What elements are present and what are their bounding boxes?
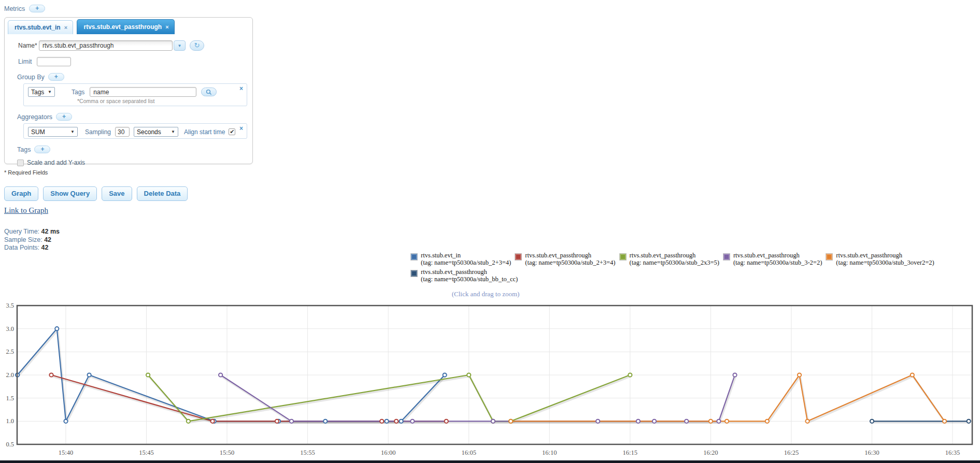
group-by-label: Group By <box>17 74 45 81</box>
limit-input[interactable] <box>37 57 71 66</box>
select-arrow-icon: ▼ <box>48 90 52 94</box>
tag-search-button[interactable] <box>201 88 217 96</box>
delete-data-button[interactable]: Delete Data <box>137 186 188 201</box>
select-arrow-icon: ▼ <box>70 129 75 134</box>
scale-y-axis-checkbox[interactable] <box>17 160 24 166</box>
scale-row: Scale and add Y-axis <box>17 159 252 166</box>
chevron-down-icon: ▼ <box>178 44 182 48</box>
aggregator-box: SUM ▼ Sampling Seconds ▼ Align start tim… <box>23 123 247 139</box>
refresh-button[interactable]: ↻ <box>190 40 204 51</box>
data-points-label: Data Points: <box>4 244 39 251</box>
svg-text:1.5: 1.5 <box>6 395 14 402</box>
metrics-header: Metrics + <box>4 5 45 12</box>
close-group-by-icon[interactable]: × <box>239 85 243 92</box>
data-points-row: Data Points: 42 <box>4 244 60 252</box>
legend-label: rtvs.stub.evt_passthrough(tag: name=tp50… <box>836 252 934 266</box>
data-points-value: 42 <box>41 244 49 251</box>
metric-name-input[interactable] <box>39 40 173 51</box>
legend-item: rtvs.stub.evt_in(tag: name=tp50300a/stub… <box>410 252 511 266</box>
svg-text:15:55: 15:55 <box>300 449 315 456</box>
add-metric-button[interactable]: + <box>29 5 45 12</box>
align-start-time-checkbox[interactable]: ✔ <box>229 128 235 135</box>
svg-text:15:50: 15:50 <box>220 449 234 456</box>
metric-panel: rtvs.stub.evt_in × rtvs.stub.evt_passthr… <box>4 17 253 164</box>
sampling-input[interactable] <box>115 127 130 137</box>
tab-close-icon[interactable]: × <box>165 24 168 30</box>
tab-evt-in[interactable]: rtvs.stub.evt_in × <box>8 20 73 34</box>
query-time-label: Query Time: <box>4 228 39 235</box>
svg-text:0.5: 0.5 <box>6 441 14 448</box>
tab-close-icon[interactable]: × <box>64 25 67 30</box>
legend-swatch <box>410 253 418 261</box>
tab-label: rtvs.stub.evt_in <box>15 24 61 31</box>
tab-label: rtvs.stub.evt_passthrough <box>83 23 162 31</box>
graph-button[interactable]: Graph <box>4 186 38 201</box>
legend-label: rtvs.stub.evt_passthrough(tag: name=tp50… <box>525 252 615 266</box>
check-icon: ✔ <box>230 128 234 135</box>
tags-hint: *Comma or space separated list <box>77 98 243 104</box>
svg-text:2.0: 2.0 <box>6 371 14 379</box>
svg-text:15:45: 15:45 <box>139 449 153 456</box>
close-aggregator-icon[interactable]: × <box>239 125 243 132</box>
legend-metric-name: rtvs.stub.evt_passthrough <box>836 252 934 259</box>
aggregators-label: Aggregators <box>17 113 52 121</box>
svg-text:1.0: 1.0 <box>6 417 14 425</box>
refresh-icon: ↻ <box>194 41 200 49</box>
add-aggregator-button[interactable]: + <box>56 113 72 121</box>
chart-legend: rtvs.stub.evt_in(tag: name=tp50300a/stub… <box>410 252 980 285</box>
svg-text:3.5: 3.5 <box>6 302 14 309</box>
legend-item: rtvs.stub.evt_passthrough(tag: name=tp50… <box>619 252 719 266</box>
svg-text:16:00: 16:00 <box>381 449 395 456</box>
timeseries-chart[interactable]: 0.51.01.52.02.53.03.515:4015:4515:5015:5… <box>0 300 980 460</box>
tab-evt-passthrough[interactable]: rtvs.stub.evt_passthrough × <box>77 19 174 34</box>
name-label: Name* <box>18 42 39 49</box>
legend-tag: (tag: name=tp50300a/stub_3-2=2) <box>733 259 822 266</box>
name-dropdown-button[interactable]: ▼ <box>174 40 186 51</box>
add-tag-button[interactable]: + <box>34 146 50 153</box>
legend-metric-name: rtvs.stub.evt_passthrough <box>630 252 719 259</box>
query-time-value: 42 ms <box>41 228 60 235</box>
show-query-button[interactable]: Show Query <box>43 186 97 201</box>
svg-text:16:15: 16:15 <box>623 449 637 456</box>
legend-swatch <box>410 270 418 277</box>
required-fields-note: * Required Fields <box>4 169 48 176</box>
legend-metric-name: rtvs.stub.evt_passthrough <box>733 252 822 259</box>
svg-text:2.5: 2.5 <box>6 348 14 355</box>
legend-metric-name: rtvs.stub.evt_in <box>421 252 511 259</box>
aggregators-header: Aggregators + <box>17 113 252 121</box>
kairosdb-query-page: Metrics + rtvs.stub.evt_in × rtvs.stub.e… <box>0 0 980 463</box>
sampling-unit-value: Seconds <box>137 128 161 136</box>
group-by-header: Group By + <box>17 73 252 81</box>
add-group-by-button[interactable]: + <box>48 73 64 81</box>
align-start-time-label: Align start time <box>184 128 225 136</box>
limit-row: Limit <box>18 57 252 66</box>
legend-swatch <box>723 253 730 261</box>
legend-swatch <box>619 253 627 261</box>
select-arrow-icon: ▼ <box>171 129 175 134</box>
legend-metric-name: rtvs.stub.evt_passthrough <box>421 268 518 276</box>
name-row: Name* ▼ ↻ <box>18 40 252 51</box>
legend-label: rtvs.stub.evt_passthrough(tag: name=tp50… <box>630 252 719 266</box>
legend-label: rtvs.stub.evt_passthrough(tag: name=tp50… <box>733 252 822 266</box>
sampling-unit-select[interactable]: Seconds ▼ <box>134 127 178 137</box>
svg-text:16:25: 16:25 <box>784 449 799 456</box>
group-by-box: Tags ▼ Tags × *Comma or space separated … <box>23 83 247 106</box>
zoom-hint-caption: (Click and drag to zoom) <box>410 290 561 298</box>
legend-label: rtvs.stub.evt_passthrough(tag: name=tp50… <box>421 268 518 283</box>
sample-size-label: Sample Size: <box>4 236 42 243</box>
aggregator-select[interactable]: SUM ▼ <box>28 127 78 137</box>
save-button[interactable]: Save <box>102 186 132 201</box>
legend-item: rtvs.stub.evt_passthrough(tag: name=tp50… <box>515 252 615 266</box>
legend-tag: (tag: name=tp50300a/stub_2x3=5) <box>630 259 719 266</box>
query-stats: Query Time: 42 ms Sample Size: 42 Data P… <box>4 228 60 252</box>
group-by-type-select[interactable]: Tags ▼ <box>28 87 55 97</box>
link-to-graph[interactable]: Link to Graph <box>4 206 48 215</box>
legend-label: rtvs.stub.evt_in(tag: name=tp50300a/stub… <box>421 252 511 266</box>
group-by-tags-input[interactable] <box>90 87 196 97</box>
svg-text:16:20: 16:20 <box>703 449 718 456</box>
legend-tag: (tag: name=tp50300a/stub_2+3=4) <box>421 259 511 266</box>
sample-size-row: Sample Size: 42 <box>4 236 60 244</box>
tags-section-label: Tags <box>17 146 31 153</box>
svg-text:16:35: 16:35 <box>945 449 960 456</box>
tags-header: Tags + <box>17 146 252 153</box>
